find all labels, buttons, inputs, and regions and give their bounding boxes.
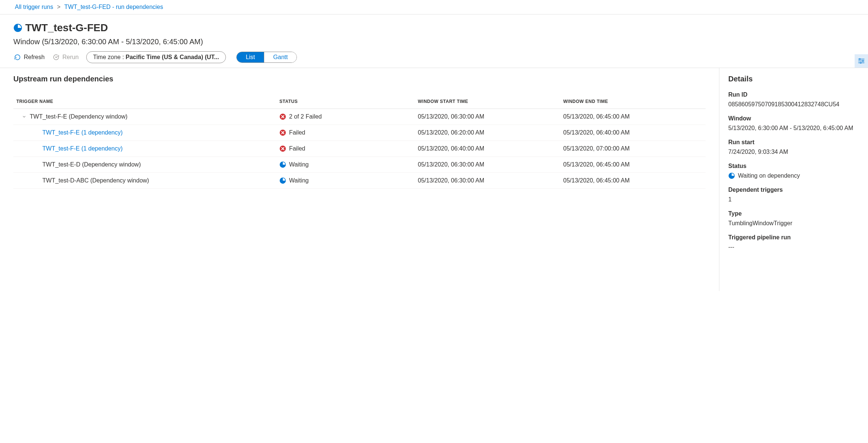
rerun-icon [53,54,59,61]
failed-icon [279,113,286,120]
page-title: TWT_test-G-FED [25,22,108,34]
triggered-run-value: --- [728,244,859,250]
run-start-label: Run start [728,139,859,146]
waiting-icon [279,177,286,184]
window-range-text: Window (5/13/2020, 6:30:00 AM - 5/13/202… [13,38,855,46]
failed-icon [279,129,286,136]
run-start-value: 7/24/2020, 9:03:34 AM [728,149,859,155]
table-header-row: TRIGGER NAME STATUS WINDOW START TIME WI… [13,94,706,109]
breadcrumb-current: TWT_test-G-FED - run dependencies [64,4,163,10]
col-trigger-name[interactable]: TRIGGER NAME [13,94,276,109]
view-list-button[interactable]: List [237,52,264,62]
col-window-start[interactable]: WINDOW START TIME [415,94,560,109]
table-row[interactable]: TWT_test-E-D (Dependency window)Waiting0… [13,157,706,173]
rerun-label: Rerun [62,54,79,61]
window-end-cell: 05/13/2020, 06:45:00 AM [560,157,706,173]
run-id-label: Run ID [728,91,859,98]
details-title: Details [728,75,859,83]
toolbar: Refresh Rerun Time zone : Pacific Time (… [13,51,855,63]
timezone-selector[interactable]: Time zone : Pacific Time (US & Canada) (… [86,51,226,63]
clock-icon [13,23,22,32]
run-id-value: 08586059750709185300412832748CU54 [728,101,859,108]
svg-point-8 [860,62,861,63]
clock-icon [728,172,735,179]
status-text: Failed [289,129,305,136]
window-end-cell: 05/13/2020, 06:40:00 AM [560,125,706,141]
triggered-run-label: Triggered pipeline run [728,234,859,241]
timezone-label: Time zone : [93,54,126,60]
chevron-down-icon[interactable] [22,114,27,119]
filter-icon [858,57,865,65]
rerun-button: Rerun [52,52,80,62]
trigger-name[interactable]: TWT_test-F-E (1 dependency) [42,129,123,136]
col-status[interactable]: STATUS [276,94,415,109]
content-area: Upstream run dependencies TRIGGER NAME S… [0,68,868,291]
breadcrumb-root-link[interactable]: All trigger runs [15,4,53,10]
window-end-cell: 05/13/2020, 07:00:00 AM [560,141,706,157]
table-row[interactable]: TWT_test-F-E (1 dependency)Failed05/13/2… [13,141,706,157]
status-text: Waiting [289,161,309,168]
view-gantt-button[interactable]: Gantt [264,52,297,62]
window-end-cell: 05/13/2020, 06:45:00 AM [560,109,706,125]
col-window-end[interactable]: WINDOW END TIME [560,94,706,109]
view-toggle: List Gantt [236,52,297,63]
window-start-cell: 05/13/2020, 06:20:00 AM [415,125,560,141]
filter-button[interactable] [855,54,868,68]
refresh-button[interactable]: Refresh [13,52,45,62]
type-label: Type [728,210,859,217]
refresh-icon [14,54,21,61]
status-value: Waiting on dependency [738,172,800,179]
trigger-name: TWT_test-F-E (Dependency window) [30,113,127,120]
breadcrumb: All trigger runs > TWT_test-G-FED - run … [0,0,868,14]
main-panel: Upstream run dependencies TRIGGER NAME S… [0,68,719,291]
page-header: TWT_test-G-FED Window (5/13/2020, 6:30:0… [0,14,868,68]
waiting-icon [279,161,286,168]
svg-point-2 [859,58,860,59]
window-start-cell: 05/13/2020, 06:40:00 AM [415,141,560,157]
trigger-name: TWT_test-E-D (Dependency window) [42,161,141,168]
status-text: Failed [289,145,305,152]
breadcrumb-separator: > [57,4,61,10]
window-value: 5/13/2020, 6:30:00 AM - 5/13/2020, 6:45:… [728,125,859,132]
dependencies-table: TRIGGER NAME STATUS WINDOW START TIME WI… [13,94,706,189]
window-start-cell: 05/13/2020, 06:30:00 AM [415,157,560,173]
trigger-name: TWT_test-D-ABC (Dependency window) [42,177,149,184]
details-panel: Details Run ID 0858605975070918530041283… [719,68,868,291]
trigger-name[interactable]: TWT_test-F-E (1 dependency) [42,145,123,152]
timezone-value: Pacific Time (US & Canada) (UT... [126,54,219,60]
type-value: TumblingWindowTrigger [728,220,859,227]
status-value-row: Waiting on dependency [728,172,859,179]
status-text: Waiting [289,177,309,184]
table-row[interactable]: TWT_test-D-ABC (Dependency window)Waitin… [13,173,706,189]
window-start-cell: 05/13/2020, 06:30:00 AM [415,173,560,189]
status-text: 2 of 2 Failed [289,113,322,120]
dependent-triggers-value: 1 [728,196,859,203]
window-start-cell: 05/13/2020, 06:30:00 AM [415,109,560,125]
window-label: Window [728,115,859,122]
refresh-label: Refresh [24,54,45,61]
table-row[interactable]: TWT_test-F-E (1 dependency)Failed05/13/2… [13,125,706,141]
status-label: Status [728,163,859,169]
section-title: Upstream run dependencies [13,75,706,83]
svg-point-5 [862,60,864,61]
table-row[interactable]: TWT_test-F-E (Dependency window)2 of 2 F… [13,109,706,125]
dependent-triggers-label: Dependent triggers [728,187,859,193]
window-end-cell: 05/13/2020, 06:45:00 AM [560,173,706,189]
failed-icon [279,145,286,152]
